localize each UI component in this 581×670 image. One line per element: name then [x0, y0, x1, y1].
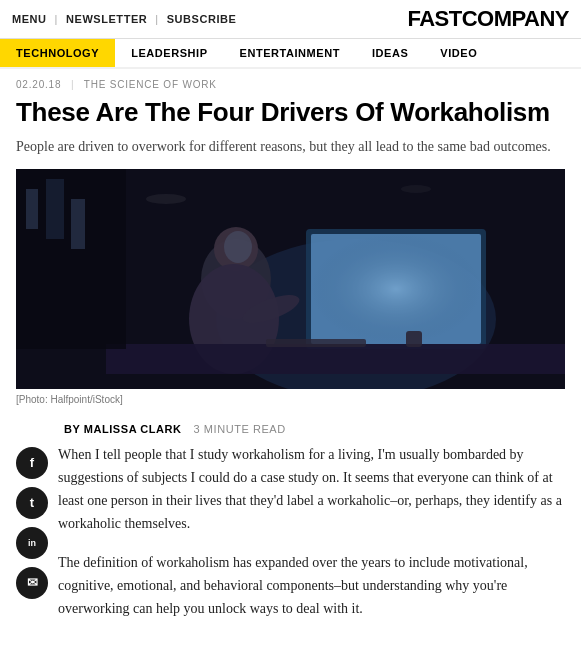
social-share-column: f t in ✉: [16, 443, 48, 637]
menu-nav-item[interactable]: MENU: [12, 13, 55, 25]
category-ideas[interactable]: IDEAS: [356, 39, 424, 67]
site-logo[interactable]: FASTCOMPANY: [407, 6, 569, 32]
author-name: BY MALISSA CLARK: [64, 423, 182, 435]
article-date: 02.20.18: [16, 79, 61, 90]
top-nav-left: MENU | NEWSLETTER | SUBSCRIBE: [12, 13, 407, 25]
category-entertainment[interactable]: ENTERTAINMENT: [224, 39, 356, 67]
svg-rect-12: [406, 331, 422, 347]
meta-pipe: |: [71, 79, 74, 90]
svg-rect-11: [266, 339, 366, 347]
svg-rect-10: [106, 344, 565, 374]
svg-rect-16: [71, 199, 85, 249]
hero-image-svg: [16, 169, 565, 389]
article-body: When I tell people that I study workahol…: [58, 443, 565, 637]
article-meta: 02.20.18 | THE SCIENCE OF WORK: [0, 69, 581, 94]
facebook-share-button[interactable]: f: [16, 447, 48, 479]
category-navigation: TECHNOLOGY LEADERSHIP ENTERTAINMENT IDEA…: [0, 39, 581, 69]
svg-rect-15: [46, 179, 64, 239]
linkedin-share-button[interactable]: in: [16, 527, 48, 559]
logo-fast: FAST: [407, 6, 461, 31]
image-caption: [Photo: Halfpoint/iStock]: [0, 389, 581, 415]
twitter-share-button[interactable]: t: [16, 487, 48, 519]
content-area: f t in ✉ When I tell people that I study…: [0, 443, 581, 637]
article-subtitle: People are driven to overwork for differ…: [0, 136, 581, 169]
category-leadership[interactable]: LEADERSHIP: [115, 39, 223, 67]
article-section: THE SCIENCE OF WORK: [84, 79, 217, 90]
article-title: These Are The Four Drivers Of Workaholis…: [0, 94, 581, 136]
subscribe-nav-item[interactable]: SUBSCRIBE: [159, 13, 245, 25]
article-paragraph-1: When I tell people that I study workahol…: [58, 443, 565, 535]
newsletter-nav-item[interactable]: NEWSLETTER: [58, 13, 155, 25]
svg-rect-14: [26, 189, 38, 229]
read-time: 3 MINUTE READ: [194, 423, 286, 435]
svg-rect-5: [311, 234, 481, 344]
author-line: BY MALISSA CLARK 3 MINUTE READ: [48, 415, 581, 443]
svg-point-17: [146, 194, 186, 204]
category-technology[interactable]: TECHNOLOGY: [0, 39, 115, 67]
hero-image: [16, 169, 565, 389]
email-share-button[interactable]: ✉: [16, 567, 48, 599]
svg-point-18: [401, 185, 431, 193]
top-navigation: MENU | NEWSLETTER | SUBSCRIBE FASTCOMPAN…: [0, 0, 581, 39]
logo-company: COMPANY: [462, 6, 569, 31]
svg-point-19: [224, 231, 252, 263]
article-paragraph-2: The definition of workaholism has expand…: [58, 551, 565, 620]
category-video[interactable]: VIDEO: [424, 39, 493, 67]
